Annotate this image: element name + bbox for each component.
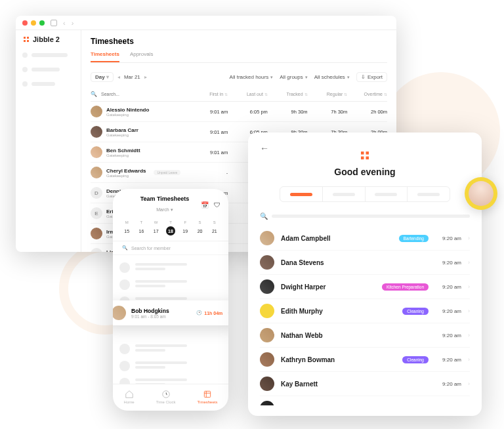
member-time: 9:20 am: [435, 260, 461, 266]
day-number: 19: [180, 226, 190, 235]
list-item[interactable]: Dwight HarperKitchen Preparation9:20 am›: [260, 275, 470, 299]
week-day[interactable]: W17: [152, 220, 161, 235]
avatar: [469, 181, 494, 206]
week-day[interactable]: F19: [180, 220, 190, 235]
brand-logo[interactable]: Jibble 2: [22, 35, 74, 43]
week-day[interactable]: T18: [166, 220, 175, 235]
day-label: T: [169, 220, 172, 224]
tab-timesheets[interactable]: Timesheets: [91, 51, 119, 62]
date-label[interactable]: Mar 21: [124, 74, 140, 80]
tab-home[interactable]: Home: [124, 390, 135, 404]
list-item[interactable]: Kay Barnett9:20 am›: [260, 372, 470, 396]
list-item[interactable]: Adam CampbellBartending9:20 am›: [260, 226, 470, 251]
tablet-search[interactable]: 🔍: [260, 213, 470, 220]
list-item[interactable]: [119, 358, 222, 375]
list-item[interactable]: [119, 276, 222, 293]
table-header: 🔍 First in⇅ Last out⇅ Tracked⇅ Regular⇅ …: [91, 87, 387, 102]
tab-approvals[interactable]: Approvals: [130, 51, 154, 62]
date-prev-icon[interactable]: ◂: [117, 74, 120, 80]
avatar: D: [91, 187, 102, 199]
filter-schedules[interactable]: All schedules▾: [314, 74, 350, 80]
search-icon: 🔍: [260, 213, 268, 220]
avatar: [260, 401, 274, 405]
nav-forward-icon[interactable]: ›: [72, 19, 74, 27]
avatar: [260, 377, 274, 391]
member-card[interactable]: Bob Hodgkins 9:01 am - 8:05 am 🕒 11h 04m…: [113, 300, 228, 325]
logo-icon: [22, 35, 30, 43]
cell-first-in: 9:01 am: [188, 109, 228, 115]
sidebar-item[interactable]: [22, 67, 74, 72]
list-item[interactable]: Nathan Webb9:20 am›: [260, 323, 470, 348]
member-name: Dana Stevens: [281, 259, 429, 266]
month-selector[interactable]: March ▾: [156, 207, 173, 213]
avatar: [91, 228, 102, 239]
week-day[interactable]: S20: [196, 220, 205, 235]
segment-option[interactable]: [408, 187, 450, 201]
activity-tag: Cleaning: [402, 308, 429, 315]
list-item[interactable]: Edith MurphyCleaning9:20 am›: [260, 299, 470, 323]
sidebar: Jibble 2: [16, 30, 81, 252]
list-item[interactable]: [119, 340, 222, 358]
table-row[interactable]: Alessio NintendoGatekeeping9:01 am6:05 p…: [91, 102, 387, 122]
filter-tracked-hours[interactable]: All tracked hours▾: [230, 74, 274, 80]
cell-regular: 7h 30m: [308, 109, 348, 115]
export-button[interactable]: ⇩Export: [356, 72, 387, 82]
day-number: 17: [152, 226, 161, 235]
period-selector[interactable]: Day ▾: [91, 72, 114, 82]
user-avatar-floating[interactable]: [465, 177, 497, 210]
filter-groups[interactable]: All groups▾: [280, 74, 308, 80]
segment-option[interactable]: [280, 187, 323, 201]
activity-tag: Cleaning: [402, 356, 429, 363]
col-overtime[interactable]: Overtime⇅: [347, 92, 387, 96]
col-tracked[interactable]: Tracked⇅: [268, 92, 308, 96]
list-item[interactable]: Dana Stevens9:20 am›: [260, 251, 470, 275]
search-icon: 🔍: [122, 245, 128, 251]
shield-icon[interactable]: 🛡: [214, 201, 220, 209]
chevron-right-icon: ›: [228, 310, 228, 316]
chevron-down-icon: ▾: [106, 74, 109, 80]
sidebar-item[interactable]: [22, 81, 74, 87]
segment-option[interactable]: [366, 187, 408, 201]
maximize-icon[interactable]: [39, 20, 45, 26]
activity-tag: Bartending: [399, 235, 429, 242]
download-icon: ⇩: [361, 74, 366, 80]
week-day[interactable]: M15: [122, 220, 131, 235]
week-day[interactable]: T16: [136, 220, 146, 235]
member-name: Adam Campbell: [281, 235, 392, 242]
minimize-icon[interactable]: [31, 20, 36, 26]
col-regular[interactable]: Regular⇅: [308, 92, 348, 96]
cell-overtime: 2h 00m: [347, 109, 387, 115]
member-time: 9:20 am: [435, 405, 461, 406]
clock-icon: [161, 390, 171, 399]
chevron-down-icon: ▾: [347, 75, 350, 80]
tab-timesheets[interactable]: Timesheets: [198, 390, 218, 404]
list-item[interactable]: Kathryn BowmanCleaning9:20 am›: [260, 348, 470, 372]
chevron-right-icon: ›: [468, 283, 470, 290]
week-day[interactable]: S21: [210, 220, 219, 235]
list-item[interactable]: Rachel Holland9:20 am›: [260, 396, 470, 405]
page-title: Timesheets: [91, 37, 387, 46]
col-last-out[interactable]: Last out⇅: [228, 92, 268, 96]
list-item[interactable]: [119, 375, 222, 384]
day-number: 20: [196, 226, 205, 235]
tab-time-clock[interactable]: Time Clock: [156, 390, 176, 404]
col-first-in[interactable]: First in⇅: [188, 92, 228, 96]
leave-badge: Unpaid Leave: [154, 170, 180, 175]
list-item[interactable]: [119, 259, 222, 276]
sidebar-item[interactable]: [22, 52, 74, 58]
close-icon[interactable]: [22, 20, 28, 26]
mobile-title: Team Timesheets: [140, 195, 190, 202]
home-icon: [125, 390, 134, 399]
calendar-icon[interactable]: 📅: [201, 201, 209, 209]
date-next-icon[interactable]: ▸: [144, 74, 147, 80]
chevron-right-icon: ›: [468, 259, 470, 266]
segment-option[interactable]: [323, 187, 366, 201]
member-role: Gatekeeping: [106, 153, 140, 157]
search-input[interactable]: [101, 92, 140, 96]
chevron-right-icon: ›: [468, 235, 470, 241]
avatar: [260, 255, 274, 270]
mobile-search[interactable]: 🔍 Search for member: [113, 241, 228, 255]
activity-tag: Kitchen Preparation: [382, 283, 429, 291]
nav-back-icon[interactable]: ‹: [63, 19, 66, 27]
member-name: Nathan Webb: [281, 332, 429, 339]
